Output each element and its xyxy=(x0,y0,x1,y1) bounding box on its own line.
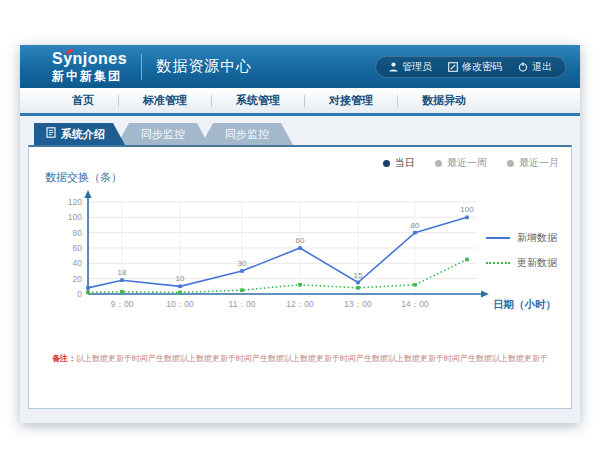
tab-label: 同步监控 xyxy=(225,123,269,145)
svg-text:0: 0 xyxy=(77,289,82,299)
radio-dot-icon xyxy=(435,160,442,167)
change-password-button[interactable]: 修改密码 xyxy=(448,60,502,74)
user-label: 管理员 xyxy=(402,60,432,74)
svg-text:20: 20 xyxy=(73,274,83,284)
app-header: Synjones 新中新集团 数据资源中心 管理员 修改密码 退出 xyxy=(20,45,580,88)
logout-label: 退出 xyxy=(532,60,552,74)
svg-text:120: 120 xyxy=(68,197,82,207)
svg-text:12：00: 12：00 xyxy=(286,299,314,309)
legend-new-data: 新增数据 xyxy=(486,231,557,245)
power-icon xyxy=(518,62,528,72)
filter-label: 当日 xyxy=(395,156,415,170)
nav-item-data-change[interactable]: 数据异动 xyxy=(398,93,490,108)
svg-text:60: 60 xyxy=(296,236,305,245)
nav-item-system-mgmt[interactable]: 系统管理 xyxy=(212,93,304,108)
content-area: 系统介绍 同步监控 同步监控 当日 最近一周 xyxy=(20,116,580,409)
blue-line-icon xyxy=(486,237,510,239)
svg-text:10：00: 10：00 xyxy=(166,299,194,309)
svg-text:18: 18 xyxy=(118,268,127,277)
svg-text:10: 10 xyxy=(176,274,185,283)
nav-item-interface-mgmt[interactable]: 对接管理 xyxy=(305,93,397,108)
logo-text: Synjones xyxy=(52,51,127,67)
line-chart: 0204060801001209：0010：0011：0012：0013：001… xyxy=(35,183,560,333)
filter-label: 最近一周 xyxy=(447,156,487,170)
svg-text:30: 30 xyxy=(238,259,247,268)
tab-system-intro[interactable]: 系统介绍 xyxy=(34,123,125,145)
tab-sync-monitor-1[interactable]: 同步监控 xyxy=(117,123,209,145)
header-divider xyxy=(141,54,142,80)
edit-icon xyxy=(448,62,458,72)
logout-button[interactable]: 退出 xyxy=(518,60,552,74)
svg-text:40: 40 xyxy=(73,258,83,268)
green-dotted-line-icon xyxy=(486,262,510,264)
footnote-label: 备注： xyxy=(52,354,76,363)
filter-last-month[interactable]: 最近一月 xyxy=(507,156,559,170)
radio-dot-icon xyxy=(507,160,514,167)
svg-text:60: 60 xyxy=(73,243,83,253)
svg-text:100: 100 xyxy=(68,212,82,222)
main-nav: 首页 标准管理 系统管理 对接管理 数据异动 xyxy=(20,88,580,116)
tab-label: 同步监控 xyxy=(141,123,185,145)
svg-text:11：00: 11：00 xyxy=(229,299,256,309)
svg-text:日期（小时）: 日期（小时） xyxy=(493,298,556,311)
svg-text:9：00: 9：00 xyxy=(111,299,134,309)
tab-sync-monitor-2[interactable]: 同步监控 xyxy=(201,123,293,145)
footnote-text: 以上数据更新于时间产生数据以上数据更新于时间产生数据以上数据更新于时间产生数据以… xyxy=(76,354,548,363)
user-icon xyxy=(389,62,398,72)
nav-item-home[interactable]: 首页 xyxy=(48,93,118,108)
footnote: 备注：以上数据更新于时间产生数据以上数据更新于时间产生数据以上数据更新于时间产生… xyxy=(29,353,571,364)
svg-text:100: 100 xyxy=(460,205,474,214)
document-icon xyxy=(46,123,56,145)
svg-text:14：00: 14：00 xyxy=(401,299,429,309)
page-title: 数据资源中心 xyxy=(156,57,252,76)
tab-strip: 系统介绍 同步监控 同步监控 xyxy=(34,123,572,145)
svg-text:80: 80 xyxy=(73,228,83,238)
page: Synjones 新中新集团 数据资源中心 管理员 修改密码 退出 首页 标准管… xyxy=(20,45,580,423)
filter-label: 最近一月 xyxy=(519,156,559,170)
filter-today[interactable]: 当日 xyxy=(383,156,415,170)
range-filters: 当日 最近一周 最近一月 xyxy=(383,156,559,170)
svg-text:80: 80 xyxy=(411,221,420,230)
tab-label: 系统介绍 xyxy=(61,123,105,145)
chart-legend: 新增数据 更新数据 xyxy=(486,231,557,270)
user-button[interactable]: 管理员 xyxy=(389,60,432,74)
nav-item-standard-mgmt[interactable]: 标准管理 xyxy=(119,93,211,108)
account-bar: 管理员 修改密码 退出 xyxy=(375,56,566,78)
logo-subtext: 新中新集团 xyxy=(52,70,127,82)
filter-last-week[interactable]: 最近一周 xyxy=(435,156,487,170)
radio-dot-icon xyxy=(383,160,390,167)
change-password-label: 修改密码 xyxy=(462,60,502,74)
brand-logo: Synjones 新中新集团 xyxy=(52,51,127,82)
svg-text:15: 15 xyxy=(354,271,363,280)
chart-panel: 当日 最近一周 最近一月 数据交换（条） 0204060801001209：00… xyxy=(28,145,572,409)
legend-update-data: 更新数据 xyxy=(486,256,557,270)
svg-text:13：00: 13：00 xyxy=(344,299,372,309)
